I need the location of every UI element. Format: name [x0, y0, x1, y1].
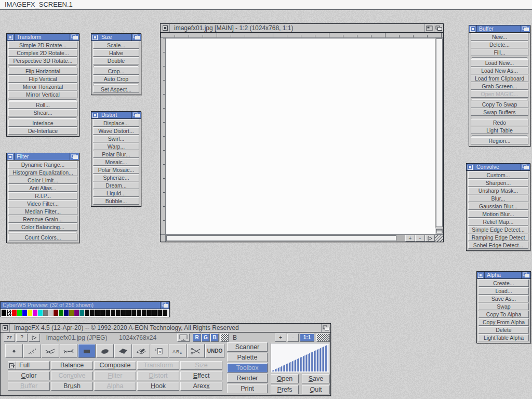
grid-effect-button[interactable]: Effect [180, 371, 222, 380]
count-colors-button[interactable]: Count Colors... [8, 234, 77, 241]
perspective-3d-rotate-button[interactable]: Perspective 3D Rotate... [8, 57, 77, 64]
blur-button[interactable]: Blur... [468, 195, 528, 202]
close-icon[interactable] [91, 34, 99, 41]
custom-button[interactable]: Custom... [468, 171, 528, 179]
double-button[interactable]: Double [93, 57, 139, 64]
save-as-button[interactable]: Save As... [478, 295, 529, 302]
relief-map-button[interactable]: Relief Map... [468, 218, 528, 225]
histogram-equalization-button[interactable]: Histogram Equalization... [8, 169, 77, 176]
liquid-button[interactable]: Liquid... [93, 190, 139, 197]
color-limit-button[interactable]: Color Limit... [8, 177, 77, 184]
distort-titlebar[interactable]: Distort [91, 112, 141, 119]
sobel-edge-detect-button[interactable]: Sobel Edge Detect... [468, 242, 528, 249]
remove-grain-button[interactable]: Remove Grain... [8, 216, 77, 223]
mosaic-button[interactable]: Mosaic... [93, 158, 139, 166]
palette-swatch[interactable] [12, 310, 17, 316]
prefs-button[interactable]: Prefs [271, 385, 299, 394]
mode-render-button[interactable]: Render [227, 374, 268, 383]
horizontal-scrollbar[interactable] [166, 235, 405, 242]
close-icon[interactable] [467, 164, 474, 170]
quit-button[interactable]: Quit [302, 385, 330, 394]
palette-swatch[interactable] [2, 310, 6, 316]
unsharp-mask-button[interactable]: Unsharp Mask... [468, 187, 528, 194]
scissors-tool[interactable] [187, 344, 205, 358]
polar-mosaic-button[interactable]: Polar Mosaic... [93, 166, 139, 174]
median-filter-button[interactable]: Median Filter... [8, 208, 77, 215]
ellipse-tool[interactable] [96, 344, 114, 358]
palette-swatch[interactable] [59, 310, 63, 316]
polygon-tool[interactable] [114, 344, 132, 358]
zoom-in-button[interactable]: + [405, 235, 415, 242]
pan-arrow-icon[interactable] [425, 235, 435, 242]
mirror-vertical-button[interactable]: Mirror Vertical [8, 91, 77, 98]
gaussian-blur-button[interactable]: Gaussian Blur... [468, 203, 528, 210]
grid-arexx-button[interactable]: Arexx [180, 382, 222, 391]
vertical-scrollbar-thumb[interactable] [436, 38, 443, 227]
palette-swatch[interactable] [7, 310, 11, 316]
close-icon[interactable] [7, 153, 15, 160]
de-interlace-button[interactable]: De-Interlace [8, 127, 77, 135]
wave-distort-button[interactable]: Wave Distort... [93, 127, 139, 135]
buffer-titlebar[interactable]: Buffer [469, 25, 530, 33]
shear-button[interactable]: Shear... [8, 109, 77, 116]
grid-color-button[interactable]: Color [8, 371, 50, 380]
complex-2d-rotate-button[interactable]: Complex 2D Rotate... [8, 49, 77, 57]
mode-print-button[interactable]: Print [227, 384, 268, 393]
freehand-fill-tool[interactable] [132, 344, 150, 358]
rect-tool[interactable] [78, 344, 96, 358]
load-button[interactable]: Load... [478, 287, 529, 295]
copy-to-alpha-button[interactable]: Copy To Alpha [478, 311, 529, 318]
crop-button[interactable]: Crop... [93, 68, 139, 75]
swap-button[interactable]: Swap [478, 303, 529, 310]
palette-swatch[interactable] [48, 310, 53, 316]
palette-swatch[interactable] [43, 310, 48, 316]
open-button[interactable]: Open [271, 374, 299, 383]
resize-handle[interactable] [435, 235, 443, 242]
text-tool[interactable]: ABc [169, 344, 187, 358]
depth-icon[interactable] [160, 302, 169, 309]
anti-alias-button[interactable]: Anti Alias... [8, 184, 77, 192]
clipboard-tool[interactable]: a [151, 344, 168, 358]
curve-tool[interactable] [60, 344, 77, 358]
load-new-as-button[interactable]: Load New As... [471, 67, 528, 74]
depth-icon[interactable] [321, 324, 330, 332]
size-titlebar[interactable]: Size [91, 34, 141, 41]
color-balancing-button[interactable]: Color Balancing... [8, 223, 77, 231]
preview-zoom-out-button[interactable]: - [287, 334, 299, 342]
dynamic-range-button[interactable]: Dynamic Range... [8, 161, 77, 168]
mode-scanner-button[interactable]: Scanner [227, 342, 268, 352]
palette-swatch[interactable] [147, 310, 152, 316]
palette-swatch[interactable] [95, 310, 100, 316]
palette-swatch[interactable] [38, 310, 43, 316]
palette-swatch[interactable] [152, 310, 157, 316]
help-button[interactable]: ? [16, 334, 28, 342]
palette-swatch[interactable] [64, 310, 69, 316]
close-icon[interactable] [469, 25, 477, 32]
palette-swatch[interactable] [85, 310, 89, 316]
zoom-out-button[interactable]: - [415, 235, 425, 242]
airbrush-tool[interactable] [23, 344, 41, 358]
sharpen-button[interactable]: Sharpen... [468, 179, 528, 187]
line-tool[interactable] [42, 344, 59, 358]
bubble-button[interactable]: Bubble... [93, 197, 139, 205]
delete-button[interactable]: Delete... [471, 41, 528, 48]
grid-toggle-icon[interactable] [435, 228, 443, 234]
image-window-titlebar[interactable]: imagefx01.jpg [MAIN] - 1:2 (1024x768, 1:… [161, 24, 443, 33]
palette-swatch[interactable] [22, 310, 27, 316]
depth-icon[interactable] [131, 34, 141, 41]
scale-button[interactable]: Scale... [93, 42, 139, 49]
palette-swatch[interactable] [121, 310, 126, 316]
pattern-button[interactable] [316, 334, 330, 342]
channel-r-button[interactable]: R [193, 334, 201, 342]
copy-from-alpha-button[interactable]: Copy From Alpha [478, 318, 529, 326]
close-icon[interactable] [161, 24, 170, 32]
palette-swatch[interactable] [105, 310, 110, 316]
polar-blur-button[interactable]: Polar Blur... [93, 151, 139, 158]
close-icon[interactable] [91, 112, 99, 118]
spherize-button[interactable]: Spherize... [93, 174, 139, 181]
vertical-scrollbar[interactable] [435, 38, 443, 234]
flip-vertical-button[interactable]: Flip Vertical [8, 75, 77, 83]
redo-button[interactable]: Redo [471, 119, 528, 126]
toolbox-titlebar[interactable]: ImageFX 4.5 (12-Apr-20) -- © 1992-2020 A… [1, 324, 330, 332]
swap-buffers-button[interactable]: Swap Buffers [471, 109, 528, 116]
